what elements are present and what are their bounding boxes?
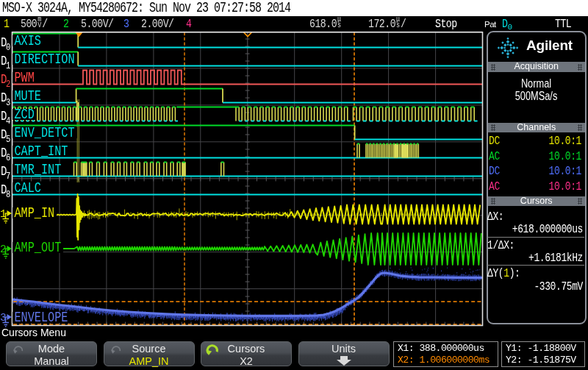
svg-text:1: 1: [0, 208, 7, 220]
svg-text:2: 2: [0, 243, 7, 255]
svg-text:3: 3: [0, 312, 7, 324]
